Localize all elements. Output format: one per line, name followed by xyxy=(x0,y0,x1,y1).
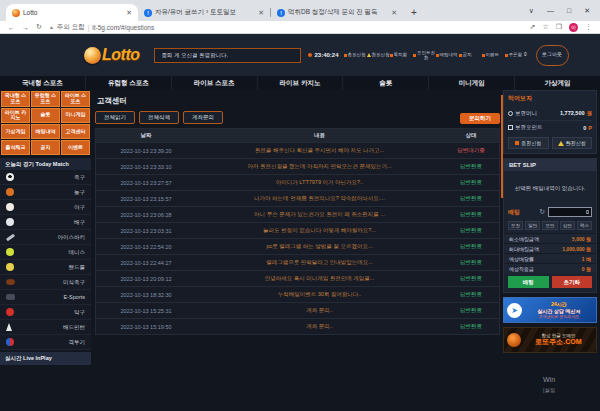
quick-bet-10000[interactable]: 일만 xyxy=(525,221,540,230)
account-inquiry-button[interactable]: 계좌문의 xyxy=(183,111,223,124)
deposit-button[interactable]: 충전신청 xyxy=(508,137,549,149)
sidebar-item-basketball[interactable]: 농구 xyxy=(0,185,91,200)
quick-bet-100000[interactable]: 십만 xyxy=(560,221,575,230)
nav-minigame[interactable]: 미니게임 xyxy=(429,76,515,90)
customer-center-section: 고객센터 전체읽기 전체삭제 계좌문의 문의하기 날짜 내용 상태 2022-1… xyxy=(95,90,500,335)
menu-notice[interactable]: 공지 xyxy=(459,50,482,60)
sidebar-item-badminton[interactable]: 배드민턴 xyxy=(0,320,91,335)
row-content: 눌러도 반응이 없습니다 어떻게 해야될까요?... xyxy=(196,227,443,234)
menu-messages[interactable]: 쪽지함 xyxy=(390,50,413,60)
sidebar-item-ice-hockey[interactable]: 아이스하키 xyxy=(0,230,91,245)
quick-event[interactable]: 이벤트 xyxy=(61,140,90,155)
site-logo[interactable]: Lotto xyxy=(84,46,139,64)
nav-live-casino[interactable]: 라이브 카지노 xyxy=(258,76,344,90)
bookmark-star-icon[interactable]: ☆ xyxy=(542,23,548,31)
table-row[interactable]: 2022-10-13 22:54:20 pc로 텔레그램 하는 방법을 잘 모르… xyxy=(96,238,499,254)
tab-muktwi-db[interactable]: ! 먹튀DB 청정/삭제 문의 전 필독 ✕ xyxy=(271,4,403,21)
table-tennis-icon xyxy=(6,308,14,316)
quick-slots[interactable]: 슬롯 xyxy=(31,108,60,124)
soccer-icon xyxy=(6,173,14,181)
quick-attendance[interactable]: 출석체크 xyxy=(1,140,30,155)
bet-reset-button[interactable]: 초기화 xyxy=(552,276,593,288)
tab-close-icon[interactable]: ✕ xyxy=(258,9,264,17)
withdraw-button[interactable]: 환전신청 xyxy=(552,137,593,149)
tab-lotto[interactable]: Lotto ✕ xyxy=(6,4,138,21)
nav-virtual-game[interactable]: 가상게임 xyxy=(515,76,600,90)
browser-menu-icon[interactable]: ⋮ xyxy=(585,23,592,31)
sidebar-item-fighting[interactable]: 격투기 xyxy=(0,335,91,350)
window-close-button[interactable]: ✕ xyxy=(584,7,590,14)
quick-bet-max[interactable]: 맥스 xyxy=(577,221,592,230)
quick-european-sports[interactable]: 유럽형 스포츠 xyxy=(31,91,60,107)
row-content: 안녕하세요 혹시 미니게임 환전인데 게임을... xyxy=(196,275,443,282)
window-minimize-button[interactable]: — xyxy=(547,7,554,14)
back-icon[interactable]: ← xyxy=(8,24,15,31)
status-badge: 답변완료 xyxy=(443,227,499,234)
table-row[interactable]: 2022-10-13 15:19:50 계좌 문의.. 답변완료 xyxy=(96,318,499,334)
sidebar-item-american-football[interactable]: 미식축구 xyxy=(0,275,91,290)
tab-close-icon[interactable]: ✕ xyxy=(126,9,132,17)
table-row[interactable]: 2022-10-13 15:25:31 계좌 문의.. 답변완료 xyxy=(96,302,499,318)
table-row[interactable]: 2022-10-13 23:06:28 아니 무슨 문제가 있는건가요 환전이 … xyxy=(96,206,499,222)
tab-forum-write[interactable]: ! 자유/유머 글쓰기 › 토토일보 ✕ xyxy=(138,4,270,21)
quick-bet-50000[interactable]: 오만 xyxy=(542,221,557,230)
tab-close-icon[interactable]: ✕ xyxy=(391,9,397,17)
square-bullet-icon xyxy=(482,54,485,57)
menu-event[interactable]: 이벤트 xyxy=(482,50,505,60)
forward-icon[interactable]: → xyxy=(22,24,29,31)
quick-virtual-game[interactable]: 가상게임 xyxy=(1,124,30,139)
sidebar-item-esports[interactable]: E-Sports xyxy=(0,290,91,305)
table-row[interactable]: 2022-10-13 23:03:31 눌러도 반응이 없습니다 어떻게 해야될… xyxy=(96,222,499,238)
menu-coupon-box[interactable]: 쿠폰함 0 xyxy=(505,50,528,60)
logout-button[interactable]: 로그아웃 xyxy=(536,45,569,66)
header-menu: 충전신청 환전신청 쪽지함 포인트전환 배팅내역 공지 이벤트 쿠폰함 xyxy=(344,50,528,60)
sidebar-item-handball[interactable]: 핸드볼 xyxy=(0,260,91,275)
quick-minigame[interactable]: 미니게임 xyxy=(61,108,90,124)
table-row[interactable]: 2022-10-13 20:09:12 안녕하세요 혹시 미니게임 환전인데 게… xyxy=(96,270,499,286)
new-tab-button[interactable]: + xyxy=(411,7,417,18)
quick-live-casino[interactable]: 라이브 카지노 xyxy=(1,108,30,124)
profile-avatar[interactable]: 아 xyxy=(569,23,578,32)
nav-slots[interactable]: 슬롯 xyxy=(343,76,429,90)
menu-point-convert[interactable]: 포인트전환 xyxy=(413,50,436,60)
delete-all-button[interactable]: 전체삭제 xyxy=(139,111,179,124)
refresh-icon[interactable]: ↻ xyxy=(539,208,545,216)
menu-withdraw[interactable]: 환전신청 xyxy=(367,50,390,60)
bet-submit-button[interactable]: 배팅 xyxy=(508,276,549,288)
row-content: pc로 텔레그램 하는 방법을 잘 모르겠어요... xyxy=(196,243,443,250)
live-inplay-header[interactable]: 실시간 Live InPlay xyxy=(0,352,91,365)
table-row[interactable]: 2022-10-13 22:44:27 텔레그램으로 연락달라고 안내받았는데요… xyxy=(96,254,499,270)
quick-bet-5000[interactable]: 오천 xyxy=(508,221,523,230)
table-row[interactable]: 2022-10-13 23:39:20 환전을 해주신다 확신을 주시면서 해야… xyxy=(96,142,499,158)
quick-domestic-sports[interactable]: 국내형 스포츠 xyxy=(1,91,30,107)
read-all-button[interactable]: 전체읽기 xyxy=(95,111,135,124)
nav-live-sports[interactable]: 라이브 스포츠 xyxy=(172,76,258,90)
telegram-banner[interactable]: ➤ 24시간 실시간 상담 메신저 고객센터로 문의주세요 xyxy=(503,297,597,323)
reload-icon[interactable]: ↻ xyxy=(36,23,42,31)
sidebar-item-volleyball[interactable]: 배구 xyxy=(0,215,91,230)
menu-deposit[interactable]: 충전신청 xyxy=(344,50,367,60)
new-inquiry-button[interactable]: 문의하기 xyxy=(460,113,500,124)
quick-notice[interactable]: 공지 xyxy=(31,140,60,155)
menu-bet-history[interactable]: 배팅내역 xyxy=(436,50,459,60)
bet-amount-input[interactable] xyxy=(548,207,592,217)
domain-banner[interactable]: 항상 한글 도메인 로또주소.COM xyxy=(503,327,597,353)
sidebar-item-tennis[interactable]: 테니스 xyxy=(0,245,91,260)
sidebar-item-soccer[interactable]: 축구 xyxy=(0,170,91,185)
quick-customer-center[interactable]: 고객센터 xyxy=(61,124,90,139)
quick-bet-history[interactable]: 배팅내역 xyxy=(31,124,60,139)
share-icon[interactable]: ↗ xyxy=(530,23,536,31)
sidebar-item-table-tennis[interactable]: 탁구 xyxy=(0,305,91,320)
table-row[interactable]: 2022-10-13 23:27:57 아이디가 LTT7979 이거 아닌가요… xyxy=(96,174,499,190)
url-field[interactable]: ▲ 주의 요함 | lt-5g.com/#/questions xyxy=(49,23,154,32)
sidebar-item-baseball[interactable]: 야구 xyxy=(0,200,91,215)
quick-live-sports[interactable]: 라이브 스포츠 xyxy=(61,91,90,107)
side-panel-icon[interactable]: ❐ xyxy=(556,23,562,31)
nav-domestic-sports[interactable]: 국내형 스포츠 xyxy=(0,76,86,90)
table-row[interactable]: 2022-10-13 18:32:30 누적배팅이벤트 30회 참여합니다.. … xyxy=(96,286,499,302)
nav-european-sports[interactable]: 유럽형 스포츠 xyxy=(86,76,172,90)
window-maximize-button[interactable]: □ xyxy=(567,7,571,14)
tab-search-chevron-icon[interactable]: ∨ xyxy=(529,7,534,14)
table-row[interactable]: 2022-10-13 23:33:10 아까 환전신청을 했는데 아직까지 연락… xyxy=(96,158,499,174)
table-row[interactable]: 2022-10-13 23:15:57 나가야 하는데 언제쯤 환전되나요? 약… xyxy=(96,190,499,206)
